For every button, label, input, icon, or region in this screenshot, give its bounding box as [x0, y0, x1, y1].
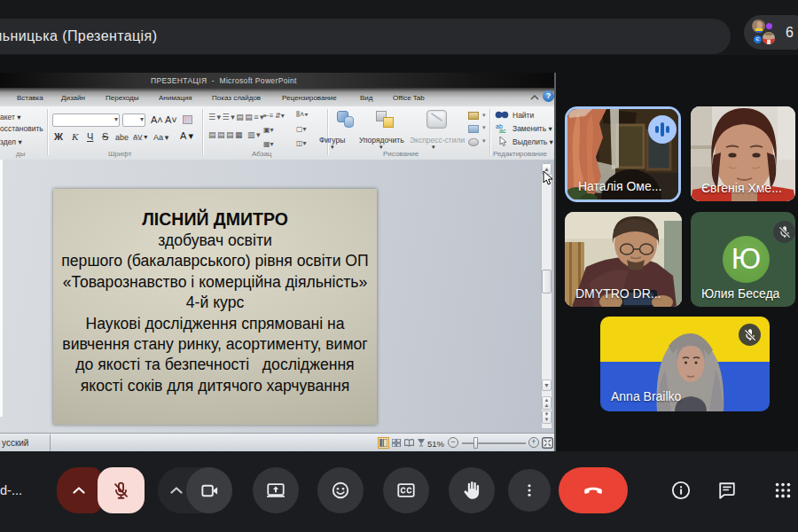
svg-text:ac: ac [499, 128, 506, 133]
